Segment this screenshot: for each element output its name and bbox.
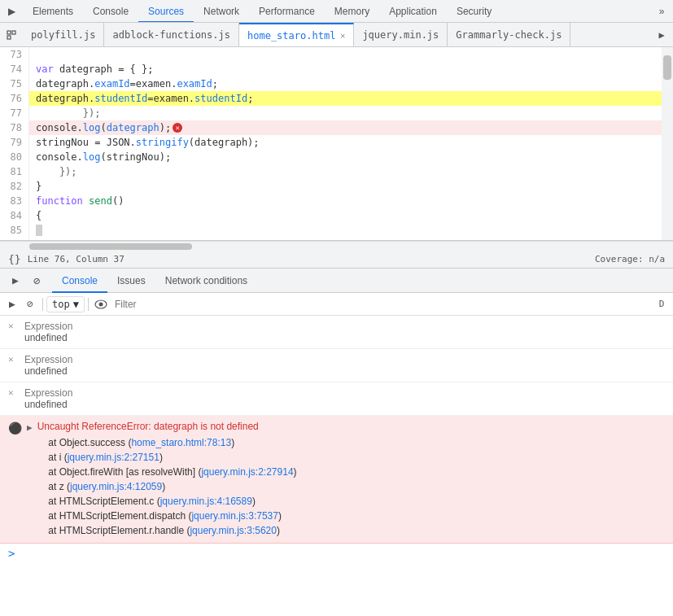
error-stack: at Object.success (home_staro.html:78:13…	[8, 435, 665, 538]
tab-label: polyfill.js	[31, 29, 95, 41]
nav-right-icon[interactable]: »	[650, 0, 673, 23]
expression-close-1[interactable]: ✕	[8, 321, 14, 331]
stack-link-2[interactable]: jquery.min.js:2:27151	[68, 452, 160, 463]
panel-toggle-icon[interactable]: ▶	[7, 272, 24, 290]
line-num-83: 83	[0, 194, 22, 208]
panel-tab-network-conditions[interactable]: Network conditions	[155, 269, 257, 293]
error-expand-icon[interactable]: ▶	[27, 422, 33, 433]
code-line-75: dategraph.examId=examen.examId;	[29, 76, 662, 91]
stack-link-3[interactable]: jquery.min.js:2:27914	[201, 466, 293, 478]
tab-close-icon[interactable]: ✕	[340, 31, 345, 40]
error-title: Uncaught ReferenceError: dategraph is no…	[37, 421, 665, 432]
nav-tab-network[interactable]: Network	[194, 0, 249, 23]
tab-bar-left-icon[interactable]	[0, 30, 23, 40]
context-selector[interactable]: top ▼	[46, 296, 85, 312]
nav-left-icon[interactable]: ▶	[0, 0, 23, 23]
code-line-77: });	[29, 106, 662, 120]
line-num-77: 77	[0, 106, 22, 120]
tab-bar-right-icon[interactable]: ▶	[650, 29, 673, 41]
console-stop-icon[interactable]: ⊘	[21, 295, 39, 313]
panel-tab-console[interactable]: Console	[52, 269, 107, 293]
status-bar: {} Line 76, Column 37 Coverage: n/a	[0, 251, 673, 269]
stack-line-3: at Object.fireWith [as resolveWith] (jqu…	[37, 465, 665, 479]
coverage-label: Coverage: n/a	[595, 254, 665, 264]
expression-label-3: Expression	[24, 387, 665, 399]
code-line-82: }	[29, 179, 662, 194]
context-label: top	[52, 299, 70, 310]
code-line-74: var dategraph = { };	[29, 62, 662, 76]
stack-link-4[interactable]: jquery.min.js:4:12059	[70, 481, 162, 492]
line-num-80: 80	[0, 150, 22, 164]
line-num-75: 75	[0, 76, 22, 91]
nav-tab-elements[interactable]: Elements	[23, 0, 83, 23]
expression-value-3: undefined	[24, 399, 665, 410]
vertical-scrollbar[interactable]	[662, 47, 673, 240]
nav-tab-performance[interactable]: Performance	[249, 0, 325, 23]
tab-label: adblock-functions.js	[112, 29, 230, 41]
expression-close-2[interactable]: ✕	[8, 354, 14, 365]
line-num-84: 84	[0, 208, 22, 223]
nav-tab-sources[interactable]: Sources	[138, 0, 194, 23]
line-num-82: 82	[0, 179, 22, 194]
error-header: ⚫ ▶ Uncaught ReferenceError: dategraph i…	[8, 421, 665, 435]
tab-grammarly[interactable]: Grammarly-check.js	[448, 23, 570, 47]
panel-tab-icons: ▶ ⊘	[0, 272, 52, 290]
code-line-83: function send()	[29, 194, 662, 208]
tab-home-staro[interactable]: home_staro.html ✕	[239, 23, 354, 47]
filter-input[interactable]	[110, 299, 653, 310]
stack-link-6[interactable]: jquery.min.js:3:7537	[191, 510, 278, 522]
expression-label-2: Expression	[24, 354, 665, 365]
console-content: ✕ Expression undefined ✕ Expression unde…	[0, 316, 673, 616]
tab-jquery[interactable]: jquery.min.js	[354, 23, 448, 47]
tab-bar: polyfill.js adblock-functions.js home_st…	[0, 23, 673, 47]
error-indicator: ✕	[173, 123, 182, 133]
line-numbers: 73 74 75 76 77 78 79 80 81 82 83 84 85	[0, 47, 29, 240]
code-line-85	[29, 223, 662, 238]
console-prompt-icon: >	[8, 547, 15, 560]
line-num-79: 79	[0, 135, 22, 150]
code-line-81: });	[29, 164, 662, 179]
svg-point-4	[98, 302, 103, 306]
line-num-76: 76	[0, 91, 22, 106]
console-toolbar: ▶ ⊘ top ▼ D	[0, 293, 673, 316]
stack-link-5[interactable]: jquery.min.js:4:16589	[160, 496, 252, 507]
eye-icon[interactable]	[92, 295, 110, 313]
svg-rect-2	[7, 36, 11, 39]
line-num-73: 73	[0, 47, 22, 62]
tab-label: Grammarly-check.js	[456, 29, 562, 41]
horizontal-scrollbar-area[interactable]	[0, 241, 673, 251]
scrollbar-thumb[interactable]	[663, 55, 671, 80]
nav-tab-console[interactable]: Console	[83, 0, 138, 23]
line-num-81: 81	[0, 164, 22, 179]
stack-line-7: at HTMLScriptElement.r.handle (jquery.mi…	[37, 523, 665, 538]
line-num-78: 78	[0, 120, 22, 135]
panel-clear-icon[interactable]: ⊘	[28, 272, 46, 290]
stack-line-4: at z (jquery.min.js:4:12059)	[37, 479, 665, 494]
nav-tab-application[interactable]: Application	[379, 0, 447, 23]
console-run-icon[interactable]: ▶	[3, 295, 21, 313]
line-num-74: 74	[0, 62, 22, 76]
devtools-nav: ▶ Elements Console Sources Network Perfo…	[0, 0, 673, 23]
tab-polyfill[interactable]: polyfill.js	[23, 23, 104, 47]
stack-link-7[interactable]: jquery.min.js:3:5620	[190, 525, 277, 536]
horizontal-scrollbar-thumb[interactable]	[29, 243, 192, 250]
format-icon[interactable]: {}	[8, 253, 21, 265]
expression-block-1: ✕ Expression undefined	[0, 316, 673, 349]
tab-adblock[interactable]: adblock-functions.js	[104, 23, 239, 47]
code-line-73	[29, 47, 662, 62]
stack-link-1[interactable]: home_staro.html:78:13	[131, 437, 231, 448]
panel-tab-issues[interactable]: Issues	[107, 269, 155, 293]
code-line-80: console.log(stringNou);	[29, 150, 662, 164]
filter-right-icon[interactable]: D	[653, 296, 670, 312]
code-line-76: dategraph.studentId=examen.studentId;	[29, 91, 662, 106]
context-dropdown-icon: ▼	[73, 299, 79, 310]
svg-rect-0	[7, 31, 11, 34]
expression-label-1: Expression	[24, 321, 665, 332]
panel-tabs: ▶ ⊘ Console Issues Network conditions	[0, 269, 673, 293]
code-lines[interactable]: var dategraph = { }; dategraph.examId=ex…	[29, 47, 662, 240]
expression-close-3[interactable]: ✕	[8, 387, 14, 398]
nav-tab-memory[interactable]: Memory	[325, 0, 379, 23]
cursor-position: Line 76, Column 37	[28, 254, 125, 264]
stack-line-6: at HTMLScriptElement.dispatch (jquery.mi…	[37, 509, 665, 523]
nav-tab-security[interactable]: Security	[447, 0, 501, 23]
